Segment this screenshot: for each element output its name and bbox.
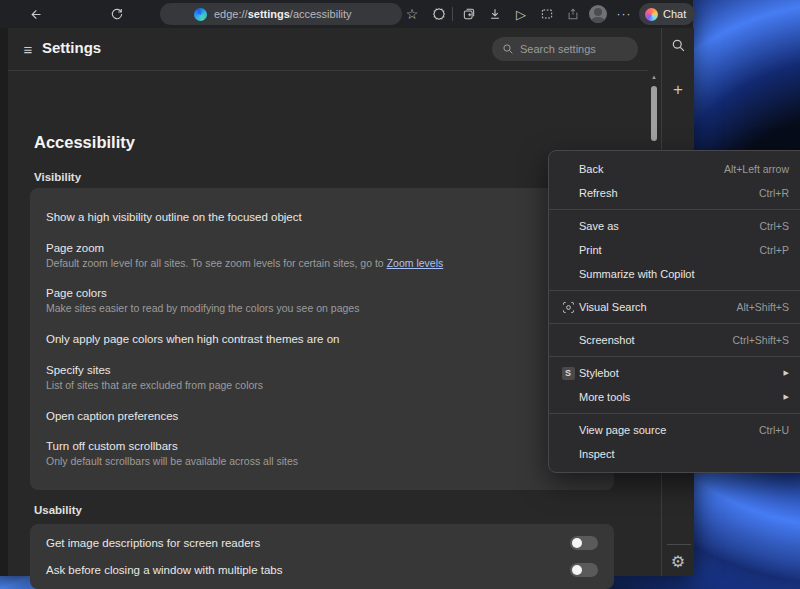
menu-item-summarize-with-copilot[interactable]: Summarize with Copilot	[549, 262, 800, 286]
menu-separator	[549, 356, 800, 357]
address-bar[interactable]: edge://settings/accessibility	[160, 3, 402, 25]
gear-icon[interactable]: ⚙	[662, 552, 694, 571]
setting-row: Ask before closing a window with multipl…	[30, 563, 614, 577]
plus-icon[interactable]: +	[662, 80, 694, 100]
section-heading-visibility: Visibility	[34, 171, 81, 183]
usability-card: Get image descriptions for screen reader…	[30, 524, 614, 589]
scroll-up-icon[interactable]: ▲	[648, 74, 660, 80]
setting-row: Page colors Make sites easier to read by…	[30, 287, 614, 314]
menu-item-more-tools[interactable]: More tools ▶	[549, 385, 800, 409]
search-icon	[502, 43, 514, 55]
setting-row-open-caption-preferences[interactable]: Open caption preferences	[30, 410, 614, 422]
edge-favicon	[194, 8, 207, 21]
web-capture-icon[interactable]	[536, 3, 558, 25]
page-title: Accessibility	[34, 133, 135, 152]
menu-item-view-page-source[interactable]: View page source Ctrl+U	[549, 418, 800, 442]
extensions-icon[interactable]	[428, 3, 450, 25]
download-icon[interactable]	[484, 3, 506, 25]
menu-item-save-as[interactable]: Save as Ctrl+S	[549, 214, 800, 238]
avatar[interactable]	[587, 3, 609, 25]
search-icon[interactable]	[662, 38, 694, 53]
chat-label: Chat	[663, 8, 686, 20]
share-icon[interactable]	[562, 3, 584, 25]
url-text: edge://settings/accessibility	[214, 8, 352, 20]
refresh-icon[interactable]	[106, 3, 128, 25]
context-menu: Back Alt+Left arrow Refresh Ctrl+R Save …	[548, 150, 800, 473]
menu-item-stylebot[interactable]: S Stylebot ▶	[549, 361, 800, 385]
setting-row: Specify sites List of sites that are exc…	[30, 364, 614, 391]
scrollbar-thumb[interactable]	[651, 86, 657, 141]
left-edge-strip	[0, 28, 8, 576]
submenu-arrow-icon: ▶	[784, 393, 789, 401]
toggle-ask-before-closing[interactable]	[570, 563, 598, 577]
more-menu-icon[interactable]: ···	[613, 3, 635, 25]
visual-search-icon	[557, 299, 579, 315]
section-heading-usability: Usability	[34, 504, 82, 516]
hamburger-menu-icon[interactable]: ≡	[18, 39, 38, 59]
settings-header: ≡ Settings Search settings	[8, 28, 648, 71]
settings-search-input[interactable]: Search settings	[492, 37, 638, 61]
menu-separator	[549, 290, 800, 291]
setting-row: Get image descriptions for screen reader…	[30, 536, 614, 550]
setting-row: Page zoom Default zoom level for all sit…	[30, 242, 614, 269]
copilot-chat-button[interactable]: Chat	[639, 3, 695, 25]
menu-item-back[interactable]: Back Alt+Left arrow	[549, 157, 800, 181]
rail-divider	[667, 544, 691, 545]
browser-toolbar: edge://settings/accessibility ☆ ▷ ··· Ch…	[0, 0, 693, 28]
back-icon[interactable]	[24, 3, 46, 25]
menu-separator	[549, 413, 800, 414]
menu-item-print[interactable]: Print Ctrl+P	[549, 238, 800, 262]
submenu-arrow-icon: ▶	[784, 369, 789, 377]
menu-item-inspect[interactable]: Inspect	[549, 442, 800, 466]
visibility-card: Show a high visibility outline on the fo…	[30, 188, 614, 490]
menu-separator	[549, 323, 800, 324]
favorites-star-icon[interactable]: ☆	[401, 3, 423, 25]
menu-item-screenshot[interactable]: Screenshot Ctrl+Shift+S	[549, 328, 800, 352]
toggle-image-descriptions[interactable]	[570, 536, 598, 550]
menu-item-refresh[interactable]: Refresh Ctrl+R	[549, 181, 800, 205]
setting-row: Show a high visibility outline on the fo…	[30, 211, 614, 223]
collections-icon[interactable]	[458, 3, 480, 25]
toolbar-divider	[452, 7, 453, 21]
send-icon[interactable]: ▷	[510, 3, 532, 25]
setting-row: Turn off custom scrollbars Only default …	[30, 440, 614, 467]
setting-row: Only apply page colors when high contras…	[30, 333, 614, 345]
settings-title: Settings	[42, 39, 101, 56]
menu-item-visual-search[interactable]: Visual Search Alt+Shift+S	[549, 295, 800, 319]
stylebot-icon: S	[557, 365, 579, 381]
menu-separator	[549, 209, 800, 210]
copilot-chat-icon	[645, 8, 658, 21]
search-placeholder: Search settings	[520, 43, 596, 55]
zoom-levels-link[interactable]: Zoom levels	[387, 257, 444, 269]
